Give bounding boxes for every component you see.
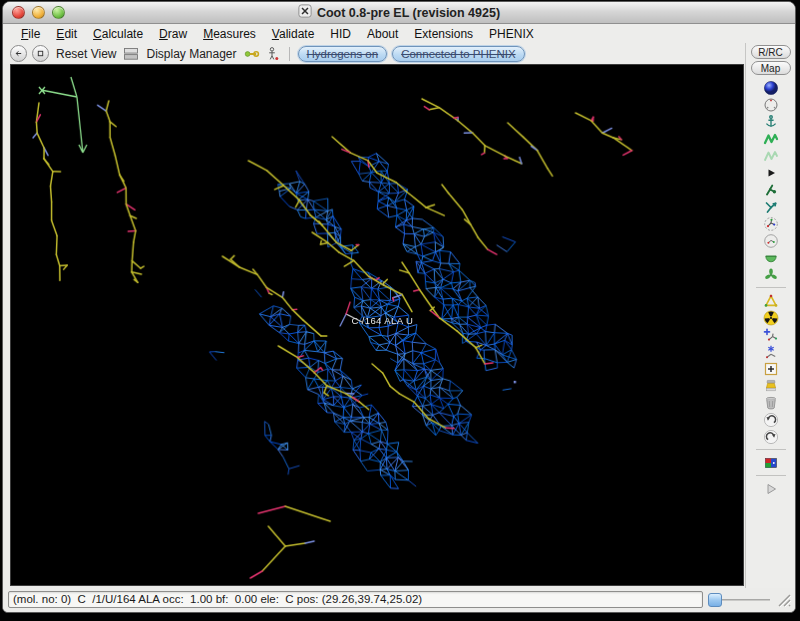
menu-edit[interactable]: Edit [48, 26, 85, 42]
rotate-translate-icon[interactable] [760, 198, 782, 215]
zoom-button[interactable] [52, 6, 65, 19]
x11-icon [298, 4, 312, 21]
rotamer-selection-icon[interactable] [760, 232, 782, 249]
play-icon[interactable] [760, 480, 782, 497]
fill-partial-residue-icon[interactable] [760, 377, 782, 394]
resize-grip[interactable] [775, 591, 792, 608]
atom-label: C /164 ALA U [351, 315, 413, 326]
traffic-lights [12, 6, 65, 19]
scrollbar-track[interactable] [722, 599, 770, 601]
run-refmac-flag-icon[interactable] [760, 454, 782, 471]
blue-sphere-icon[interactable] [760, 79, 782, 96]
pointer-atom-square-icon[interactable] [760, 360, 782, 377]
add-terminal-residue-icon[interactable] [760, 292, 782, 309]
status-text: (mol. no: 0) C /1/U/164 ALA occ: 1.00 bf… [8, 591, 703, 608]
menu-about[interactable]: About [359, 26, 406, 42]
toolbar-separator [289, 47, 290, 61]
mini-scrollbar[interactable] [708, 592, 770, 607]
menu-draw[interactable]: Draw [151, 26, 195, 42]
radiation-icon[interactable] [760, 309, 782, 326]
status-bar: (mol. no: 0) C /1/U/164 ALA occ: 1.00 bf… [3, 588, 795, 612]
undo-icon[interactable] [760, 411, 782, 428]
menu-validate[interactable]: Validate [264, 26, 323, 42]
main-toolbar: Reset View Display Manager Hydrogens on … [3, 43, 745, 64]
anchor-icon[interactable] [760, 113, 782, 130]
auto-fit-rotamer-icon[interactable] [760, 215, 782, 232]
hydrogens-toggle-button[interactable]: Hydrogens on [298, 46, 388, 62]
key-icon[interactable] [244, 46, 260, 62]
gl-canvas-area[interactable]: C /164 ALA U [10, 64, 744, 586]
menu-extensions[interactable]: Extensions [406, 26, 481, 42]
square-icon [34, 47, 47, 60]
figure-icon[interactable] [265, 46, 281, 62]
display-manager-button[interactable]: Display Manager [144, 47, 238, 61]
recentre-button[interactable] [32, 45, 49, 62]
place-atom-icon[interactable] [760, 343, 782, 360]
menu-phenix[interactable]: PHENIX [481, 26, 542, 42]
scrollbar-thumb[interactable] [708, 593, 722, 607]
real-space-refine-zone-icon[interactable] [760, 130, 782, 147]
regularize-zone-icon[interactable] [760, 147, 782, 164]
reset-view-button[interactable]: Reset View [54, 47, 118, 61]
redo-icon[interactable] [760, 428, 782, 445]
add-alt-conf-icon[interactable] [760, 326, 782, 343]
menu-file[interactable]: File [13, 26, 48, 42]
menu-bar: FileEditCalculateDrawMeasuresValidateHID… [3, 24, 795, 43]
menu-measures[interactable]: Measures [195, 26, 264, 42]
rigid-body-fit-icon[interactable] [760, 181, 782, 198]
close-button[interactable] [12, 6, 25, 19]
toolbar-separator [756, 475, 786, 476]
toolbar-separator [756, 287, 786, 288]
arrow-left-icon [12, 47, 25, 60]
right-toolbar: R/RC Map [745, 43, 795, 588]
phenix-connection-button[interactable]: Connected to PHENIX [392, 46, 524, 62]
display-manager-icon[interactable] [123, 46, 139, 62]
edit-chi-angles-icon[interactable] [760, 249, 782, 266]
rrc-button[interactable]: R/RC [751, 45, 791, 59]
menu-hid[interactable]: HID [322, 26, 359, 42]
title-bar[interactable]: Coot 0.8-pre EL (revision 4925) [3, 2, 795, 24]
window-title-text: Coot 0.8-pre EL (revision 4925) [317, 6, 500, 20]
back-view-button[interactable] [10, 45, 27, 62]
torsion-general-icon[interactable] [760, 266, 782, 283]
map-button[interactable]: Map [751, 61, 791, 75]
delete-item-icon[interactable] [760, 394, 782, 411]
minimize-button[interactable] [32, 6, 45, 19]
menu-calculate[interactable]: Calculate [85, 26, 151, 42]
window-title: Coot 0.8-pre EL (revision 4925) [298, 4, 500, 21]
pointer-triangle-icon[interactable] [760, 164, 782, 181]
toolbar-separator [756, 449, 786, 450]
dotted-circle-icon[interactable] [760, 96, 782, 113]
coot-window: Coot 0.8-pre EL (revision 4925) FileEdit… [2, 1, 796, 613]
